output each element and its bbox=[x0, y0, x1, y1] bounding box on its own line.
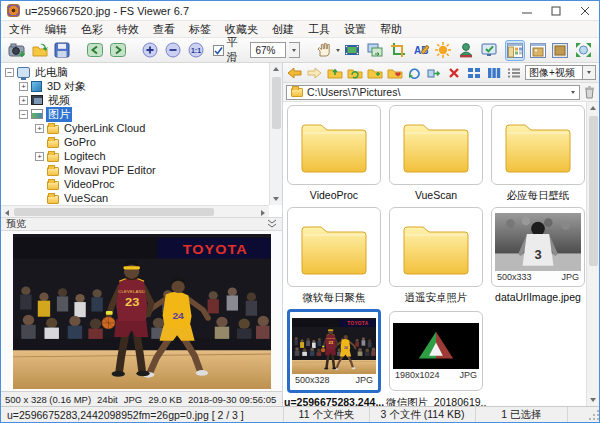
folder-tile-bing-wallpaper[interactable] bbox=[491, 105, 585, 185]
portrait-tool-button[interactable] bbox=[456, 40, 476, 61]
path-dropdown-icon[interactable] bbox=[571, 91, 575, 94]
path-input[interactable]: C:\Users\7\Pictures\ bbox=[286, 85, 580, 100]
collapse-icon[interactable]: − bbox=[19, 110, 28, 119]
folder-tile-vuescan[interactable] bbox=[389, 105, 483, 185]
tree-item-gopro[interactable]: GoPro bbox=[1, 135, 269, 149]
tree-item-vuescan[interactable]: VueScan bbox=[1, 191, 269, 205]
menu-view[interactable]: 查看 bbox=[153, 22, 175, 37]
tree-horizontal-scrollbar[interactable] bbox=[1, 205, 269, 217]
slideshow-button[interactable] bbox=[343, 40, 363, 61]
file-name[interactable]: VideoProc bbox=[284, 189, 384, 201]
smooth-checkbox[interactable] bbox=[213, 45, 224, 56]
menu-help[interactable]: 帮助 bbox=[380, 22, 402, 37]
tree-vertical-scrollbar[interactable] bbox=[269, 63, 282, 205]
view-columns-button[interactable] bbox=[485, 64, 503, 82]
maximize-button[interactable] bbox=[541, 1, 570, 20]
resize-grip[interactable] bbox=[587, 410, 599, 422]
next-image-button[interactable] bbox=[108, 40, 128, 61]
delete-button[interactable] bbox=[445, 64, 463, 82]
file-name[interactable]: 微信图片_20180619... bbox=[386, 396, 486, 406]
actual-size-button[interactable]: 1:1 bbox=[186, 40, 206, 61]
tree-item-cyberlink-cloud[interactable]: + CyberLink Cloud bbox=[1, 121, 269, 135]
tree-item-this-pc[interactable]: − 此电脑 bbox=[1, 65, 269, 79]
thumbnail-image bbox=[292, 318, 376, 374]
menu-file[interactable]: 文件 bbox=[9, 22, 31, 37]
zoom-level-dropdown[interactable] bbox=[289, 42, 300, 58]
menu-effects[interactable]: 特效 bbox=[117, 22, 139, 37]
image-tile-selected-basketball[interactable]: 500x328JPG bbox=[287, 309, 381, 393]
thumbnail-image bbox=[393, 323, 479, 369]
recycle-bin-icon[interactable] bbox=[583, 85, 596, 99]
batch-convert-button[interactable] bbox=[365, 40, 385, 61]
file-filter-select[interactable]: 图像+视频 bbox=[525, 65, 583, 80]
preview-pane[interactable] bbox=[1, 231, 283, 391]
layout-browser-button[interactable] bbox=[505, 40, 525, 61]
menu-edit[interactable]: 编辑 bbox=[45, 22, 67, 37]
preview-collapse-icon[interactable] bbox=[267, 219, 277, 230]
image-depth: 24bit bbox=[97, 394, 118, 405]
folder-up-button[interactable] bbox=[326, 64, 344, 82]
zoom-out-button[interactable] bbox=[163, 40, 183, 61]
zoom-level-input[interactable]: 67% bbox=[250, 42, 285, 58]
file-name-selected[interactable]: u=2596675283,244... bbox=[284, 396, 384, 406]
app-window: TOYOTA bbox=[0, 0, 600, 423]
expand-icon[interactable]: + bbox=[35, 124, 44, 133]
tree-item-videoproc[interactable]: VideoProc bbox=[1, 177, 269, 191]
view-details-button[interactable] bbox=[505, 64, 523, 82]
save-button[interactable] bbox=[52, 40, 72, 61]
back-button[interactable] bbox=[286, 64, 304, 82]
previous-image-button[interactable] bbox=[85, 40, 105, 61]
file-name[interactable]: 微软每日聚焦 bbox=[284, 291, 384, 305]
expand-icon[interactable]: + bbox=[19, 96, 28, 105]
move-to-button[interactable] bbox=[425, 64, 443, 82]
pan-tool-dropdown[interactable] bbox=[336, 49, 340, 52]
view-thumbnails-button[interactable] bbox=[465, 64, 483, 82]
refresh-button[interactable] bbox=[406, 64, 424, 82]
folder-tile-android-photos[interactable] bbox=[389, 207, 483, 287]
smooth-label: 平滑 bbox=[227, 35, 244, 65]
screen-settings-button[interactable] bbox=[479, 40, 499, 61]
open-file-button[interactable] bbox=[30, 40, 50, 61]
crop-button[interactable] bbox=[388, 40, 408, 61]
fullscreen-button[interactable] bbox=[573, 40, 593, 61]
preview-status-bar: 500 x 328 (0.16 MP) 24bit JPG 29.0 KB 20… bbox=[1, 391, 283, 406]
layout-viewer-button[interactable] bbox=[528, 40, 548, 61]
collapse-icon[interactable]: − bbox=[5, 68, 14, 77]
main-toolbar: 1:1 平滑 67% AB bbox=[1, 38, 599, 63]
menu-colors[interactable]: 色彩 bbox=[81, 22, 103, 37]
tree-item-videos[interactable]: + 视频 bbox=[1, 93, 269, 107]
enhance-colors-button[interactable] bbox=[433, 40, 453, 61]
close-button[interactable] bbox=[570, 1, 599, 20]
tree-item-movavi[interactable]: Movavi PDF Editor bbox=[1, 163, 269, 177]
tree-item-logitech[interactable]: + Logitech bbox=[1, 149, 269, 163]
expand-icon[interactable]: + bbox=[19, 82, 28, 91]
favorites-folder-button[interactable] bbox=[386, 64, 404, 82]
menu-create[interactable]: 创建 bbox=[272, 22, 294, 37]
folder-tile-ms-spotlight[interactable] bbox=[287, 207, 381, 287]
file-name[interactable]: 逍遥安卓照片 bbox=[386, 291, 486, 305]
tree-item-pictures[interactable]: − 图片 bbox=[1, 107, 269, 121]
image-filesize: 29.0 KB bbox=[148, 394, 182, 405]
rename-button[interactable]: AB bbox=[411, 40, 431, 61]
file-name[interactable]: dataUrlImage.jpeg bbox=[488, 291, 588, 303]
file-name[interactable]: 必应每日壁纸 bbox=[488, 189, 588, 203]
folder-refresh-button[interactable] bbox=[346, 64, 364, 82]
layout-image-only-button[interactable] bbox=[551, 40, 571, 61]
acquire-camera-button[interactable] bbox=[7, 40, 27, 61]
tree-item-3d-objects[interactable]: + 3D 对象 bbox=[1, 79, 269, 93]
menu-tag[interactable]: 标签 bbox=[189, 22, 211, 37]
file-filter-dropdown[interactable] bbox=[583, 65, 596, 80]
minimize-button[interactable] bbox=[512, 1, 541, 20]
forward-button[interactable] bbox=[306, 64, 324, 82]
pan-tool-button[interactable] bbox=[313, 40, 333, 61]
image-tile-wechat[interactable]: 1980x1024JPG bbox=[389, 311, 483, 391]
menu-settings[interactable]: 设置 bbox=[344, 22, 366, 37]
image-tile-dataurlimage[interactable]: 500x333JPG bbox=[491, 207, 585, 287]
zoom-in-button[interactable] bbox=[140, 40, 160, 61]
file-name[interactable]: VueScan bbox=[386, 189, 486, 201]
new-folder-button[interactable] bbox=[366, 64, 384, 82]
menu-tools[interactable]: 工具 bbox=[308, 22, 330, 37]
folder-tile-videoproc[interactable] bbox=[287, 105, 381, 185]
browser-vertical-scrollbar[interactable] bbox=[586, 102, 599, 406]
expand-icon[interactable]: + bbox=[35, 152, 44, 161]
